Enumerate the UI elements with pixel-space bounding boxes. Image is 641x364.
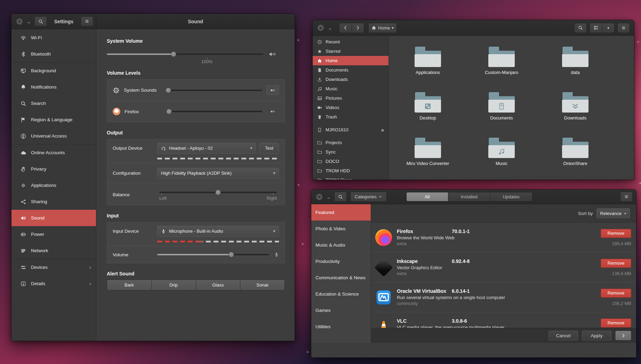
sidebar-item-universal-access[interactable]: Universal Access [11,128,96,144]
sidebar-item-applications[interactable]: Applications [11,177,96,193]
sidebar-item-privacy[interactable]: Privacy [11,161,96,177]
category-productivity[interactable]: Productivity [311,253,371,270]
sidebar-item-trom-share[interactable]: TROM Share [313,175,388,180]
sidebar-item-sound[interactable]: Sound [11,210,96,226]
system-sounds-slider[interactable] [167,88,262,93]
sidebar-item-bluetooth[interactable]: Bluetooth [11,46,96,62]
sidebar-item-devices[interactable]: Devices› [11,259,96,275]
path-button[interactable]: Home ▾ [368,23,397,33]
minimize-icon[interactable]: – [327,195,330,201]
app-row-vlc[interactable]: VLC3.0.8-6 VLC media player, the open-so… [371,312,636,328]
sidebar-item-network[interactable]: Network [11,242,96,259]
close-icon[interactable]: × [316,194,322,200]
settings-search-button[interactable] [34,16,47,26]
next-page-button[interactable] [615,331,631,340]
sidebar-item-mjro1810[interactable]: MJRO1810 [313,125,388,134]
eject-icon[interactable] [380,127,385,132]
sidebar-item-sync[interactable]: Sync [313,147,388,157]
folder-item-miro-video-converter[interactable]: Miro Video Converter [391,135,465,180]
minimize-icon[interactable]: – [329,26,331,32]
files-search-button[interactable] [574,23,587,33]
app-row-firefox[interactable]: Firefox70.0.1-1 Browse the World Wide We… [371,223,636,253]
alert-option-bark[interactable]: Bark [107,280,152,290]
sidebar-item-online-accounts[interactable]: Online Accounts [11,144,96,161]
category-music-audio[interactable]: Music & Audio [311,237,371,253]
view-options-button[interactable]: ▾ [602,23,615,33]
slider-handle[interactable] [166,109,172,114]
folder-item-data[interactable]: data [538,44,612,90]
forward-button[interactable] [352,23,364,33]
sort-dropdown[interactable]: Relevance ▾ [596,208,630,218]
category-communication-news[interactable]: Communication & News [311,270,371,286]
sidebar-item-pictures[interactable]: Pictures [313,93,388,103]
close-icon[interactable]: × [318,25,324,31]
view-toggle-button[interactable] [590,23,602,33]
sidebar-item-sharing[interactable]: Sharing [11,193,96,210]
tab-all[interactable]: All [406,192,448,201]
sidebar-item-trom-hdd[interactable]: TROM HDD [313,166,388,175]
sidebar-item-region-language[interactable]: Region & Language [11,111,96,128]
sidebar-item-wifi[interactable]: Wi-Fi [11,30,96,46]
folder-item-applications[interactable]: Applications [391,44,465,90]
input-volume-slider[interactable] [157,252,269,257]
folder-item-onionshare[interactable]: OnionShare [538,135,612,180]
folder-item-downloads[interactable]: Downloads [538,90,612,135]
sidebar-item-downloads[interactable]: Downloads [313,75,388,84]
folder-item-custom-manjaro[interactable]: Custom-Manjaro [465,44,538,90]
alert-option-drip[interactable]: Drip [152,280,196,290]
slider-handle[interactable] [171,51,176,57]
back-button[interactable] [339,23,352,33]
configuration-dropdown[interactable]: High Fidelity Playback (A2DP Sink) ▾ [157,168,279,179]
category-photo-video[interactable]: Photo & Video [311,221,371,237]
category-featured[interactable]: Featured [311,204,371,221]
category-utilities[interactable]: Utilities [311,318,371,335]
tab-installed[interactable]: Installed [448,192,490,201]
balance-slider[interactable] [159,190,277,195]
apply-button[interactable]: Apply [582,331,611,340]
sidebar-item-background[interactable]: Background [11,63,96,79]
folder-item-documents[interactable]: Documents [465,90,538,135]
sidebar-item-music[interactable]: Music [313,84,388,93]
settings-menu-button[interactable]: ≡ [81,16,93,26]
remove-button[interactable]: Remove [601,259,631,268]
sidebar-item-trash[interactable]: Trash [313,112,388,122]
categories-button[interactable]: Categories [350,192,387,202]
sidebar-item-videos[interactable]: Videos [313,103,388,112]
sidebar-item-power[interactable]: Power [11,226,96,242]
minimize-icon[interactable]: – [27,20,30,25]
remove-button[interactable]: Remove [601,318,631,328]
input-device-dropdown[interactable]: Microphone - Built-in Audio ▾ [157,226,279,237]
sidebar-item-projects[interactable]: Projects [313,138,388,147]
sidebar-item-home[interactable]: Home [313,56,388,65]
software-menu-button[interactable]: ≡ [620,192,633,202]
slider-handle[interactable] [229,252,234,257]
sidebar-item-starred[interactable]: Starred [313,47,388,56]
category-games[interactable]: Games [311,302,371,318]
sidebar-item-doco[interactable]: DOCO [313,157,388,166]
sidebar-item-documents[interactable]: Documents [313,65,388,75]
alert-option-sonar[interactable]: Sonar [240,280,285,290]
remove-button[interactable]: Remove [601,289,631,298]
cancel-button[interactable]: Cancel [548,331,578,340]
sidebar-item-recent[interactable]: Recent [313,37,388,47]
alert-option-glass[interactable]: Glass [196,280,241,290]
firefox-slider[interactable] [168,109,262,114]
test-button[interactable]: Test [259,143,279,154]
mute-button[interactable] [266,85,279,95]
slider-handle[interactable] [166,88,171,93]
close-icon[interactable]: × [16,18,23,25]
folder-item-music[interactable]: Music [465,135,538,180]
remove-button[interactable]: Remove [601,229,631,238]
app-row-virtualbox[interactable]: Oracle VM VirtualBox6.0.14-1 Run several… [371,282,636,312]
files-menu-button[interactable]: ≡ [617,23,630,33]
sidebar-item-notifications[interactable]: Notifications [11,79,96,95]
folder-item-desktop[interactable]: Desktop [391,90,465,135]
system-volume-slider[interactable] [107,51,263,57]
category-education-science[interactable]: Education & Science [311,286,371,302]
sidebar-item-search[interactable]: Search [11,95,96,111]
output-device-dropdown[interactable]: Headset - Aptoyu - 02 ▾ [157,143,256,154]
sidebar-item-details[interactable]: Details› [11,275,96,292]
slider-handle[interactable] [215,190,221,195]
tab-updates[interactable]: Updates [490,192,532,201]
app-row-inkscape[interactable]: Inkscape0.92.4-8 Vector Graphics Editor … [371,253,636,282]
